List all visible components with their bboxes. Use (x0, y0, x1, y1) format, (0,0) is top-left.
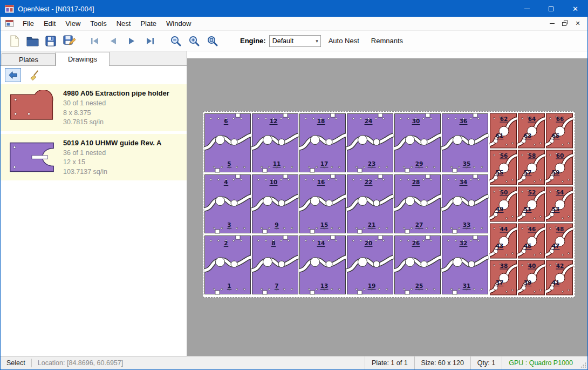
nest-part-pair[interactable]: 109 (251, 173, 299, 234)
auto-nest-button[interactable]: Auto Nest (324, 33, 364, 48)
svg-text:44: 44 (500, 226, 508, 232)
svg-text:14: 14 (317, 240, 325, 246)
nest-part-pair[interactable]: 2423 (346, 112, 394, 173)
svg-text:11: 11 (273, 160, 281, 167)
nest-canvas[interactable]: 65 1211 1817 2423 3029 3635 43 109 1615 … (187, 51, 587, 356)
svg-text:5: 5 (227, 160, 231, 167)
nest-part-pair[interactable]: 2221 (346, 173, 394, 234)
remnants-button[interactable]: Remnants (367, 33, 407, 48)
mdi-close-button[interactable]: ✕ (571, 18, 584, 29)
clear-button[interactable] (26, 68, 43, 82)
nest-part-pair[interactable]: 4443 (489, 223, 517, 259)
nest-part-pair[interactable]: 4039 (517, 259, 545, 296)
zoom-in-button[interactable] (185, 33, 203, 49)
nest-part-pair[interactable]: 1615 (299, 173, 346, 234)
svg-text:48: 48 (556, 226, 564, 232)
svg-text:36: 36 (460, 118, 468, 124)
first-arrow-icon (89, 35, 101, 47)
nest-part-pair[interactable]: 6463 (517, 112, 545, 149)
menu-item-view[interactable]: View (60, 17, 85, 30)
nest-part-pair[interactable]: 5251 (517, 186, 545, 223)
svg-text:57: 57 (524, 169, 532, 176)
last-plate-button[interactable] (141, 33, 159, 49)
nest-part-pair[interactable]: 2019 (346, 234, 394, 295)
nest-arrow-button[interactable] (5, 68, 21, 82)
menu-item-nest[interactable]: Nest (112, 17, 136, 30)
drawing-size: 8 x 8.375 (63, 109, 182, 118)
red-parts-grid: 6261 6463 6665 5655 5857 6059 5049 5251 … (489, 112, 573, 296)
menu-item-edit[interactable]: Edit (39, 17, 60, 30)
nest-part-pair[interactable]: 87 (251, 234, 299, 295)
nest-part-pair[interactable]: 5857 (517, 149, 545, 186)
nest-part-pair[interactable]: 4645 (517, 223, 545, 259)
nest-part-pair[interactable]: 65 (204, 112, 251, 173)
menu-item-window[interactable]: Window (161, 17, 196, 30)
drawing-title: 4980 A05 Extraction pipe holder (63, 89, 182, 97)
menu-bar: File Edit View Tools Nest Plate Window ✕ (1, 17, 587, 31)
nest-part-pair[interactable]: 3635 (441, 112, 489, 173)
status-size: Size: 60 x 120 (414, 356, 470, 369)
menu-item-plate[interactable]: Plate (135, 17, 161, 30)
close-button[interactable]: ✕ (563, 1, 587, 17)
nest-part-pair[interactable]: 1817 (299, 112, 346, 173)
nest-part-pair[interactable]: 5049 (489, 186, 517, 223)
drawing-item-extraction-pipe-holder[interactable]: 4980 A05 Extraction pipe holder 30 of 1 … (1, 84, 187, 131)
open-button[interactable] (23, 33, 42, 49)
menu-item-tools[interactable]: Tools (85, 17, 111, 30)
drawing-nested-count: 36 of 1 nested (63, 149, 182, 158)
svg-text:64: 64 (528, 116, 536, 122)
mdi-minimize-button[interactable] (545, 18, 558, 29)
nest-part-pair[interactable]: 2827 (394, 173, 441, 234)
nest-part-pair[interactable]: 3231 (441, 234, 489, 295)
engine-select[interactable]: Default ▾ (269, 35, 321, 47)
nest-part-pair[interactable]: 5453 (545, 186, 573, 223)
status-right: Plate: 1 of 1 Size: 60 x 120 Qty: 1 GPU … (365, 356, 587, 369)
drawing-meta: 4980 A05 Extraction pipe holder 30 of 1 … (63, 88, 182, 127)
svg-text:35: 35 (463, 160, 471, 167)
svg-text:32: 32 (460, 240, 468, 246)
nest-part-pair[interactable]: 3433 (441, 173, 489, 234)
nest-part-pair[interactable]: 6665 (545, 112, 573, 149)
nest-part-pair[interactable]: 6059 (545, 149, 573, 186)
svg-text:58: 58 (528, 152, 536, 159)
nest-part-pair[interactable]: 2625 (394, 234, 441, 295)
nest-part-pair[interactable]: 21 (204, 234, 251, 295)
previous-plate-button[interactable] (104, 33, 122, 49)
drawing-area: 103.7137 sq/in (63, 167, 182, 177)
svg-text:60: 60 (556, 152, 564, 159)
save-button[interactable] (42, 33, 60, 49)
mdi-restore-button[interactable] (558, 18, 571, 29)
minimize-button[interactable] (515, 1, 539, 17)
svg-text:8: 8 (271, 240, 275, 246)
next-plate-button[interactable] (122, 33, 141, 49)
svg-text:42: 42 (556, 263, 564, 269)
zoom-in-icon (188, 35, 201, 48)
nest-part-pair[interactable]: 3029 (394, 112, 441, 173)
nest-part-pair[interactable]: 4241 (545, 259, 573, 296)
uhmw-guide-thumbnail (6, 140, 57, 174)
save-as-button[interactable] (60, 33, 78, 49)
document-icon[interactable] (5, 20, 13, 27)
tab-plates[interactable]: Plates (2, 53, 56, 65)
nest-part-pair[interactable]: 4847 (545, 223, 573, 259)
zoom-out-button[interactable] (167, 33, 185, 49)
menu-item-file[interactable]: File (18, 17, 39, 30)
nest-part-pair[interactable]: 3837 (489, 259, 517, 296)
first-plate-button[interactable] (86, 33, 104, 49)
purple-parts-grid: 65 1211 1817 2423 3029 3635 43 109 1615 … (204, 112, 489, 295)
drawing-item-uhmw-guide[interactable]: 5019 A10 UHMW guide Rev. A 36 of 1 neste… (1, 134, 187, 181)
nest-part-pair[interactable]: 1413 (299, 234, 346, 295)
new-button[interactable] (5, 33, 23, 49)
tab-drawings[interactable]: Drawings (56, 52, 110, 66)
nest-part-pair[interactable]: 43 (204, 173, 251, 234)
zoom-fit-button[interactable] (203, 33, 222, 49)
svg-text:22: 22 (365, 179, 373, 185)
nest-part-pair[interactable]: 5655 (489, 149, 517, 186)
resize-grip[interactable] (579, 356, 587, 369)
nest-part-pair[interactable]: 1211 (251, 112, 299, 173)
svg-text:39: 39 (524, 279, 532, 286)
title-bar[interactable]: OpenNest - [N0317-004] ✕ (1, 1, 587, 17)
maximize-button[interactable] (539, 1, 563, 17)
nest-part-pair[interactable]: 6261 (489, 112, 517, 149)
main-area: Plates Drawings 4980 A05 E (1, 51, 587, 356)
